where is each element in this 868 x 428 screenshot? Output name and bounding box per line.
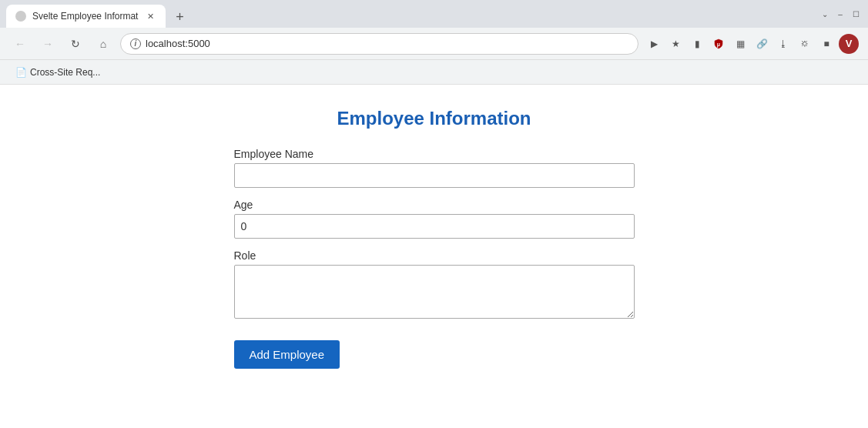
- phone-icon[interactable]: ▮: [688, 35, 706, 53]
- name-input[interactable]: [234, 163, 635, 188]
- role-label: Role: [234, 249, 635, 262]
- age-input[interactable]: [234, 214, 635, 239]
- page-content: Employee Information Employee Name Age R…: [0, 85, 868, 428]
- tab-bar: Svelte Employee Informat ✕ +: [6, 0, 813, 28]
- maximize-button[interactable]: ☐: [850, 8, 862, 20]
- new-tab-button[interactable]: +: [169, 6, 190, 28]
- bookmark-star-icon[interactable]: ★: [666, 35, 685, 53]
- active-tab[interactable]: Svelte Employee Informat ✕: [6, 5, 166, 28]
- add-employee-button[interactable]: Add Employee: [234, 340, 340, 369]
- tab-grid-icon[interactable]: ▦: [731, 35, 749, 53]
- age-field-group: Age: [234, 199, 635, 239]
- bookmark-label: Cross-Site Req...: [30, 67, 100, 78]
- toolbar: ← → ↻ ⌂ i localhost:5000 ▶ ★ ▮ μ ▦ 🔗 ⭳ ⛭…: [0, 28, 868, 60]
- minimize-button[interactable]: –: [834, 8, 846, 20]
- role-field-group: Role: [234, 249, 635, 322]
- bookmark-crosssite[interactable]: 📄 Cross-Site Req...: [9, 65, 106, 79]
- bookmarks-bar: 📄 Cross-Site Req...: [0, 60, 868, 85]
- link-icon[interactable]: 🔗: [752, 35, 771, 53]
- bookmark-icon: 📄: [15, 67, 27, 78]
- browser-window: Svelte Employee Informat ✕ + ⌄ – ☐ ← → ↻…: [0, 0, 868, 428]
- back-button[interactable]: ←: [9, 33, 31, 55]
- url-display: localhost:5000: [146, 38, 210, 49]
- security-icon: i: [130, 38, 141, 49]
- toolbar-right-icons: ▶ ★ ▮ μ ▦ 🔗 ⭳ ⛭ ■ V: [645, 34, 859, 54]
- shield-icon[interactable]: μ: [709, 35, 728, 53]
- tab-title: Svelte Employee Informat: [32, 11, 138, 22]
- forward-button[interactable]: →: [37, 33, 59, 55]
- profile-avatar[interactable]: V: [839, 34, 859, 54]
- title-bar: Svelte Employee Informat ✕ + ⌄ – ☐: [0, 0, 868, 28]
- svg-text:μ: μ: [717, 42, 720, 48]
- name-field-group: Employee Name: [234, 148, 635, 188]
- window-controls: ⌄ – ☐: [819, 8, 862, 20]
- role-textarea[interactable]: [234, 265, 635, 319]
- page-title: Employee Information: [337, 108, 531, 129]
- address-bar[interactable]: i localhost:5000: [120, 33, 638, 55]
- send-icon[interactable]: ▶: [645, 35, 663, 53]
- name-label: Employee Name: [234, 148, 635, 160]
- home-button[interactable]: ⌂: [92, 33, 114, 55]
- dropdown-control[interactable]: ⌄: [819, 8, 831, 20]
- extensions-icon[interactable]: ⛭: [796, 35, 814, 53]
- reload-button[interactable]: ↻: [65, 33, 86, 55]
- employee-form: Employee Name Age Role Add Employee: [234, 148, 635, 369]
- tab-close-button[interactable]: ✕: [144, 10, 156, 22]
- tab-favicon: [15, 11, 26, 22]
- download-icon[interactable]: ⭳: [774, 35, 793, 53]
- sidebar-icon[interactable]: ■: [817, 35, 836, 53]
- age-label: Age: [234, 199, 635, 211]
